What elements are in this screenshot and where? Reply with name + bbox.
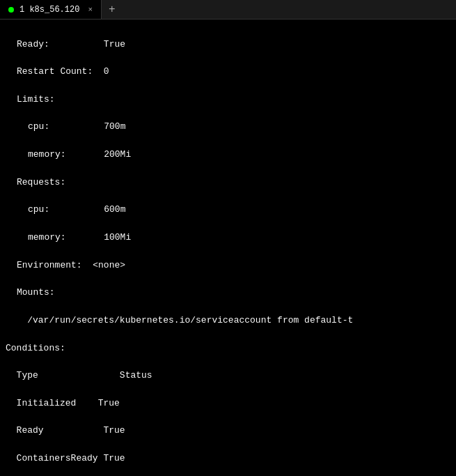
- status-col-label: Status: [120, 370, 152, 381]
- initialized-label: Initialized: [17, 398, 77, 408]
- ready-value: True: [104, 39, 125, 49]
- ready-cond-row: Ready True: [6, 424, 450, 438]
- ready-cond-label: Ready: [17, 425, 44, 436]
- ready-cond-value: True: [103, 425, 125, 436]
- requests-row: Requests:: [6, 176, 450, 190]
- mounts-label: Mounts:: [17, 287, 55, 298]
- ready-row: Ready: True: [6, 38, 450, 52]
- cpu-limits-value: 700m: [104, 121, 125, 132]
- restart-value: 0: [104, 66, 109, 77]
- memory-requests-row: memory: 100Mi: [6, 231, 450, 245]
- new-tab-button[interactable]: +: [102, 0, 123, 19]
- containers-ready-value: True: [103, 453, 125, 463]
- containers-ready-row: ContainersReady True: [6, 452, 450, 466]
- conditions-header-row: Type Status: [6, 369, 450, 383]
- tab-label: 1 k8s_56.120: [19, 5, 79, 15]
- tab-k8s[interactable]: 1 k8s_56.120 ×: [0, 0, 102, 19]
- restart-label: Restart Count:: [17, 66, 93, 77]
- memory-req-label: memory:: [28, 232, 66, 243]
- cpu-requests-value: 600m: [104, 204, 125, 215]
- limits-row: Limits:: [6, 93, 450, 107]
- memory-label: memory:: [28, 149, 66, 160]
- initialized-row: Initialized True: [6, 397, 450, 410]
- tab-dot: [8, 7, 14, 13]
- cpu-limits-row: cpu: 700m: [6, 120, 450, 134]
- memory-limits-value: 200Mi: [104, 149, 131, 160]
- requests-label: Requests:: [17, 177, 65, 187]
- terminal-content: Ready: True Restart Count: 0 Limits: cpu…: [0, 20, 456, 476]
- memory-requests-value: 100Mi: [104, 232, 131, 243]
- environment-label: Environment:: [17, 260, 82, 270]
- environment-row: Environment: <none>: [6, 259, 450, 272]
- tab-close-icon[interactable]: ×: [88, 6, 93, 14]
- cpu-requests-row: cpu: 600m: [6, 203, 450, 217]
- conditions-row: Conditions:: [6, 341, 450, 355]
- limits-label: Limits:: [17, 94, 55, 105]
- tab-bar: 1 k8s_56.120 × +: [0, 0, 456, 20]
- mounts-value: /var/run/secrets/kubernetes.io/serviceac…: [27, 315, 353, 325]
- conditions-label: Conditions:: [6, 343, 65, 353]
- mounts-value-row: /var/run/secrets/kubernetes.io/serviceac…: [6, 314, 450, 328]
- ready-label: Ready:: [17, 39, 49, 49]
- cpu-label: cpu:: [28, 121, 49, 132]
- containers-ready-label: ContainersReady: [17, 453, 98, 463]
- restart-row: Restart Count: 0: [6, 65, 450, 79]
- environment-value: <none>: [93, 260, 125, 270]
- initialized-value: True: [98, 398, 120, 408]
- mounts-row: Mounts:: [6, 286, 450, 300]
- cpu-req-label: cpu:: [28, 204, 49, 215]
- memory-limits-row: memory: 200Mi: [6, 148, 450, 162]
- type-col-label: Type: [17, 370, 38, 381]
